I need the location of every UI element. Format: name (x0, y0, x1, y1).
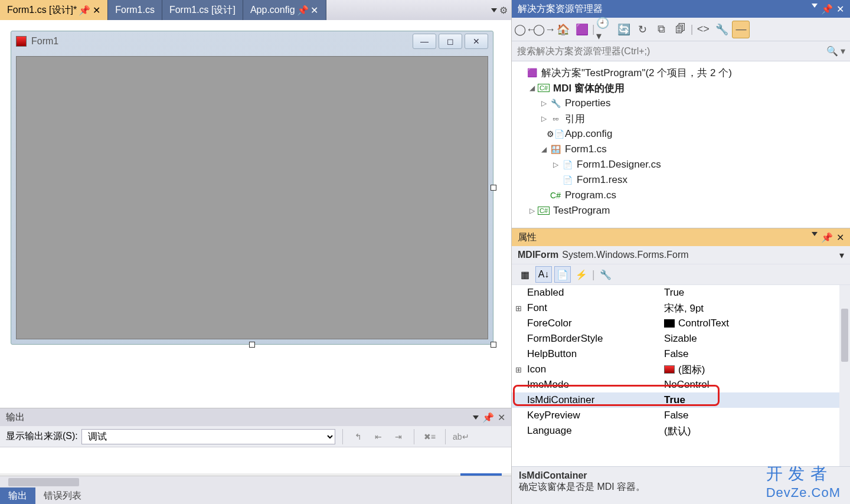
pin-icon[interactable]: 📌 (821, 232, 833, 243)
tree-references[interactable]: ▷▫▫引用 (512, 111, 850, 126)
pin-icon[interactable]: 📌 (299, 6, 307, 14)
solution-search: 🔍 ▾ (512, 41, 850, 61)
prop-row-formborderstyle[interactable]: FormBorderStyleSizable (512, 331, 850, 346)
properties-header[interactable]: 属性 📌✕ (512, 228, 850, 246)
output-text[interactable] (0, 447, 511, 473)
properties-grid[interactable]: EnabledTrue ⊞Font宋体, 9pt ForeColorContro… (512, 285, 850, 466)
close-icon[interactable]: ✕ (836, 232, 844, 243)
output-title: 输出 (6, 411, 25, 424)
form-title-bar: Form1 — ◻ ✕ (11, 31, 493, 51)
dropdown-icon[interactable] (491, 8, 497, 12)
tree-form1[interactable]: ◢🪟Form1.cs (512, 142, 850, 157)
tab-form1-design-mod[interactable]: Form1.cs [设计]*📌✕ (0, 0, 108, 20)
properties-object-selector[interactable]: MDIForm System.Windows.Forms.Form ▾ (512, 246, 850, 264)
vertical-scrollbar[interactable] (839, 285, 850, 466)
tree-app-config[interactable]: ⚙📄App.config (512, 126, 850, 142)
horizontal-scrollbar[interactable] (0, 476, 511, 487)
close-icon[interactable]: ✕ (310, 6, 319, 14)
close-button[interactable]: ✕ (465, 34, 488, 49)
wrap-icon[interactable]: ab↵ (453, 429, 469, 444)
maximize-button[interactable]: ◻ (439, 34, 462, 49)
solution-tree[interactable]: 🟪解决方案"TestProgram"(2 个项目，共 2 个) ◢C#MDI 窗… (512, 61, 850, 228)
tree-properties[interactable]: ▷🔧Properties (512, 96, 850, 111)
solution-explorer-title: 解决方案资源管理器 (518, 3, 603, 15)
prop-row-font[interactable]: ⊞Font宋体, 9pt (512, 300, 850, 316)
tab-output[interactable]: 输出 (0, 487, 35, 504)
categorized-icon[interactable]: ▦ (516, 266, 533, 283)
property-pages-icon[interactable]: 🔧 (597, 266, 614, 283)
form-title: Form1 (31, 36, 58, 47)
mdi-client-area[interactable] (16, 56, 488, 339)
close-icon[interactable]: ✕ (92, 6, 100, 14)
properties-icon[interactable]: 📄 (554, 266, 571, 283)
history-icon[interactable]: 🕘▾ (596, 21, 614, 38)
collapse-icon[interactable]: ⧉ (653, 21, 671, 38)
step-prev-icon[interactable]: ⇤ (370, 429, 387, 444)
prop-row-language[interactable]: Language(默认) (512, 423, 850, 438)
output-header[interactable]: 输出 📌✕ (0, 408, 511, 426)
solution-search-input[interactable] (516, 44, 826, 59)
clear-icon[interactable]: ✖≡ (421, 429, 438, 444)
close-icon[interactable]: ✕ (836, 4, 844, 15)
prop-row-helpbutton[interactable]: HelpButtonFalse (512, 346, 850, 362)
minimize-button[interactable]: — (413, 34, 436, 49)
tree-program[interactable]: C#Program.cs (512, 188, 850, 203)
prop-row-ismdicontainer[interactable]: IsMdiContainerTrue (512, 392, 850, 408)
output-toolbar: 显示输出来源(S): 调试 ↰ ⇤ ⇥ ✖≡ ab↵ (0, 426, 511, 447)
description-text: 确定该窗体是否是 MDI 容器。 (519, 481, 843, 493)
preview-icon[interactable]: — (732, 21, 750, 38)
tree-form1-designer[interactable]: ▷📄Form1.Designer.cs (512, 157, 850, 172)
resize-handle-right[interactable] (491, 185, 496, 191)
tab-form1-cs[interactable]: Form1.cs (108, 0, 162, 20)
close-icon[interactable]: ✕ (498, 412, 505, 423)
solution-explorer-header[interactable]: 解决方案资源管理器 📌✕ (512, 0, 850, 18)
prop-row-keypreview[interactable]: KeyPreviewFalse (512, 408, 850, 423)
tree-project-mdi[interactable]: ◢C#MDI 窗体的使用 (512, 80, 850, 96)
gear-icon[interactable]: ⚙ (499, 5, 508, 16)
pin-icon[interactable]: 📌 (821, 4, 833, 15)
tree-project-test[interactable]: ▷C#TestProgram (512, 203, 850, 218)
tab-form1-design[interactable]: Form1.cs [设计] (162, 0, 243, 20)
csharp-project-icon: C# (538, 83, 550, 93)
form-icon (664, 365, 675, 374)
tab-error-list[interactable]: 错误列表 (35, 487, 90, 504)
events-icon[interactable]: ⚡ (573, 266, 590, 283)
refresh-icon[interactable]: ↻ (634, 21, 652, 38)
properties-toolbar: ▦ A↓ 📄 ⚡ | 🔧 (512, 264, 850, 285)
prop-row-imemode[interactable]: ImeModeNoControl (512, 377, 850, 392)
output-source-select[interactable]: 调试 (81, 429, 335, 444)
forward-icon[interactable]: ◯→ (535, 21, 553, 38)
properties-object-type: System.Windows.Forms.Form (562, 250, 688, 260)
dropdown-icon[interactable] (812, 4, 818, 8)
tree-form1-resx[interactable]: 📄Form1.resx (512, 172, 850, 188)
alphabetical-icon[interactable]: A↓ (535, 266, 552, 283)
prop-row-enabled[interactable]: EnabledTrue (512, 285, 850, 300)
properties-title: 属性 (518, 231, 537, 244)
document-tabs: Form1.cs [设计]*📌✕ Form1.cs Form1.cs [设计] … (0, 0, 511, 20)
pin-icon[interactable]: 📌 (482, 412, 494, 423)
pin-icon[interactable]: 📌 (80, 6, 89, 14)
tree-solution[interactable]: 🟪解决方案"TestProgram"(2 个项目，共 2 个) (512, 65, 850, 80)
cs-file-icon: 📄 (561, 159, 573, 170)
sync-icon[interactable]: 🔄 (615, 21, 633, 38)
tab-app-config[interactable]: App.config📌✕ (243, 0, 326, 20)
dropdown-icon[interactable] (473, 415, 479, 420)
resize-handle-bottom[interactable] (249, 342, 255, 348)
wrench-icon[interactable]: 🔧 (713, 21, 731, 38)
search-icon[interactable]: 🔍 ▾ (826, 45, 845, 57)
show-all-icon[interactable]: 🗐 (672, 21, 689, 38)
resize-handle-corner[interactable] (491, 342, 496, 348)
config-icon: ⚙📄 (550, 129, 561, 139)
switch-view-icon[interactable]: 🟪 (573, 21, 591, 38)
properties-description: IsMdiContainer 确定该窗体是否是 MDI 容器。 (512, 466, 850, 504)
back-icon[interactable]: ◯← (516, 21, 534, 38)
step-next-icon[interactable]: ⇥ (390, 429, 407, 444)
prop-row-forecolor[interactable]: ForeColorControlText (512, 316, 850, 331)
design-form-window[interactable]: Form1 — ◻ ✕ (11, 31, 493, 345)
home-icon[interactable]: 🏠 (554, 21, 572, 38)
prop-row-icon[interactable]: ⊞Icon(图标) (512, 362, 850, 377)
goto-prev-icon[interactable]: ↰ (350, 429, 367, 444)
code-icon[interactable]: <> (694, 21, 712, 38)
dropdown-icon[interactable] (812, 232, 818, 236)
form-designer[interactable]: Form1 — ◻ ✕ (0, 20, 511, 408)
